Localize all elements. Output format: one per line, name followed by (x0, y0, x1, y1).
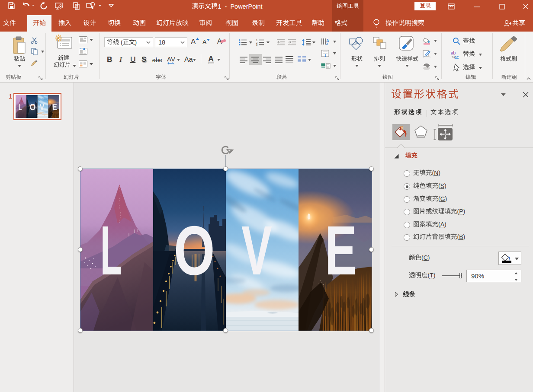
svg-text:3: 3 (256, 44, 257, 46)
svg-text:A: A (326, 38, 329, 43)
